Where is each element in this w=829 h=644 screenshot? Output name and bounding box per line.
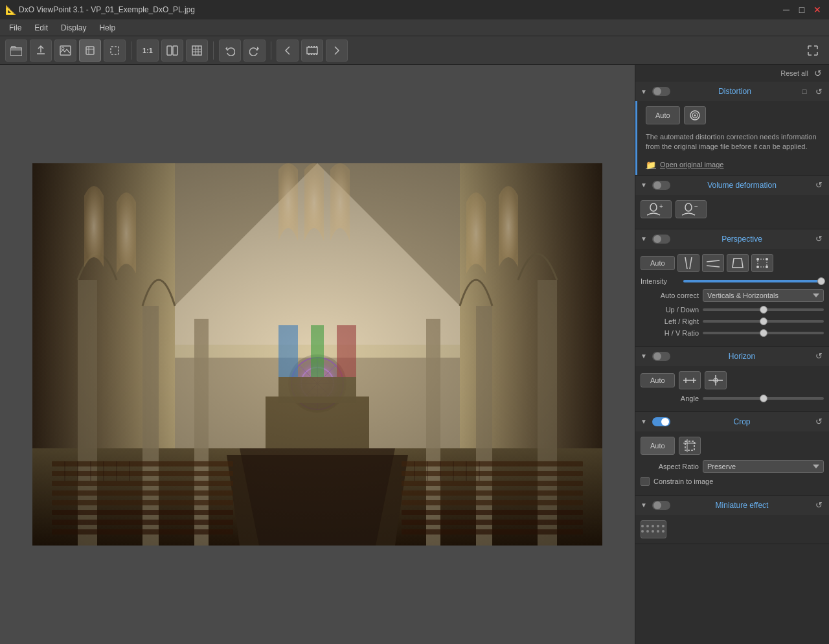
vol-remove-btn[interactable]: − [676,200,707,218]
svg-rect-4 [111,47,119,54]
horizon-auto-btn[interactable]: Auto [641,373,675,387]
distortion-toggle[interactable] [652,87,670,96]
horizon-toggle[interactable] [652,352,670,361]
svg-rect-7 [192,46,201,55]
vol-arrow[interactable]: ▼ [641,181,648,189]
persp-rect-btn[interactable] [727,254,749,272]
minimize-btn[interactable]: ─ [780,3,793,16]
svg-rect-20 [316,54,317,55]
miniature-arrow[interactable]: ▼ [641,501,648,509]
crop-section: ▼ Crop ↺ Auto Aspect Ratio [635,412,829,496]
svg-rect-12 [307,47,317,54]
up-down-row: Up / Down [641,306,824,314]
miniature-pattern-btn[interactable] [641,520,666,538]
horizon-reset[interactable]: ↺ [813,351,824,361]
right-panel: Reset all ↺ ▼ Distortion □ ↺ Auto [635,65,829,644]
hv-ratio-slider[interactable] [703,332,824,334]
intensity-slider[interactable] [683,280,824,282]
persp-auto-btn[interactable]: Auto [641,256,675,270]
aspect-ratio-select[interactable]: Preserve Original Square 4:3 16:9 Custom [703,460,824,473]
horizon-level-btn[interactable] [679,371,701,389]
canvas-area [0,65,635,644]
main-image [32,163,602,546]
undo-btn[interactable] [219,40,241,62]
grid-btn[interactable] [186,40,208,62]
prev-btn[interactable] [277,40,299,62]
distortion-lens-btn[interactable] [684,106,706,124]
fullscreen-btn[interactable] [802,40,824,62]
miniature-body [635,515,829,544]
up-down-slider[interactable] [703,308,824,311]
svg-rect-14 [311,46,312,47]
svg-point-78 [694,115,696,117]
next-btn[interactable] [326,40,348,62]
up-down-label: Up / Down [641,306,699,314]
distortion-arrow[interactable]: ▼ [641,88,648,95]
horizon-center-btn[interactable] [705,371,727,389]
crop-toggle[interactable] [652,417,670,426]
crop-reset[interactable]: ↺ [813,417,824,426]
persp-toggle[interactable] [652,235,670,244]
menu-help[interactable]: Help [93,22,122,34]
volume-deformation-header: ▼ Volume deformation ↺ [635,176,829,195]
persp-horiz-btn[interactable] [702,254,724,272]
viewpoint-btn[interactable] [79,40,101,62]
constrain-checkbox[interactable] [641,477,650,486]
vol-add-btn[interactable]: + [641,200,672,218]
menu-display[interactable]: Display [54,22,93,34]
persp-free-btn[interactable] [751,254,773,272]
svg-line-85 [707,260,720,262]
persp-reset[interactable]: ↺ [813,234,824,244]
vol-title: Volume deformation [674,181,810,190]
redo-btn[interactable] [244,40,266,62]
auto-correct-select[interactable]: Verticals & Horizontals Verticals only H… [703,289,824,302]
constrain-row: Constrain to image [641,477,824,486]
distortion-body: Auto The automated distortion correction… [635,101,829,175]
menu-edit[interactable]: Edit [28,22,54,34]
separator-3 [271,41,271,60]
svg-rect-3 [86,47,94,54]
svg-marker-87 [732,259,743,268]
persp-title: Perspective [674,235,810,244]
open-folder-btn[interactable] [5,40,27,62]
vol-toggle[interactable] [652,181,670,190]
horizon-arrow[interactable]: ▼ [641,352,648,360]
persp-arrow[interactable]: ▼ [641,235,648,242]
perspective-section: ▼ Perspective ↺ Auto [635,229,829,347]
filmstrip-btn[interactable] [301,40,323,62]
vol-reset[interactable]: ↺ [813,180,824,190]
distortion-minimize[interactable]: □ [799,87,810,95]
left-right-slider[interactable] [703,320,824,323]
crop-arrow[interactable]: ▼ [641,418,648,425]
distortion-reset[interactable]: ↺ [813,87,824,97]
vol-body: + − [635,195,829,229]
zoom-1-1-btn[interactable]: 1:1 [137,40,159,62]
compare-btn[interactable] [161,40,183,62]
crop-auto-btn[interactable]: Auto [641,437,675,455]
horizon-title: Horizon [674,352,810,361]
image-btn[interactable] [54,40,76,62]
miniature-toggle[interactable] [652,501,670,510]
miniature-header: ▼ Miniature effect ↺ [635,496,829,515]
menu-bar: File Edit Display Help [0,19,829,36]
crop-tool-btn[interactable] [679,437,701,455]
angle-slider[interactable] [703,397,824,400]
close-btn[interactable]: ✕ [811,3,824,16]
export-btn[interactable] [30,40,52,62]
distortion-section: ▼ Distortion □ ↺ Auto The automated dist… [635,82,829,176]
miniature-reset[interactable]: ↺ [813,500,824,510]
horizon-header: ▼ Horizon ↺ [635,347,829,366]
menu-file[interactable]: File [3,22,28,34]
maximize-btn[interactable]: □ [795,3,808,16]
crop-body: Auto Aspect Ratio Preserve Original Squa… [635,431,829,495]
angle-row: Angle [641,395,824,402]
volume-deformation-section: ▼ Volume deformation ↺ + − [635,176,829,229]
hv-ratio-row: H / V Ratio [641,329,824,337]
persp-vert-btn[interactable] [677,254,699,272]
reset-all-label: Reset all [780,69,808,77]
select-btn[interactable] [104,40,126,62]
svg-rect-16 [316,46,317,47]
open-original-link[interactable]: 📁 Open original image [641,160,824,170]
distortion-auto-btn[interactable]: Auto [646,106,680,124]
reset-all-btn[interactable]: ↺ [812,67,824,79]
